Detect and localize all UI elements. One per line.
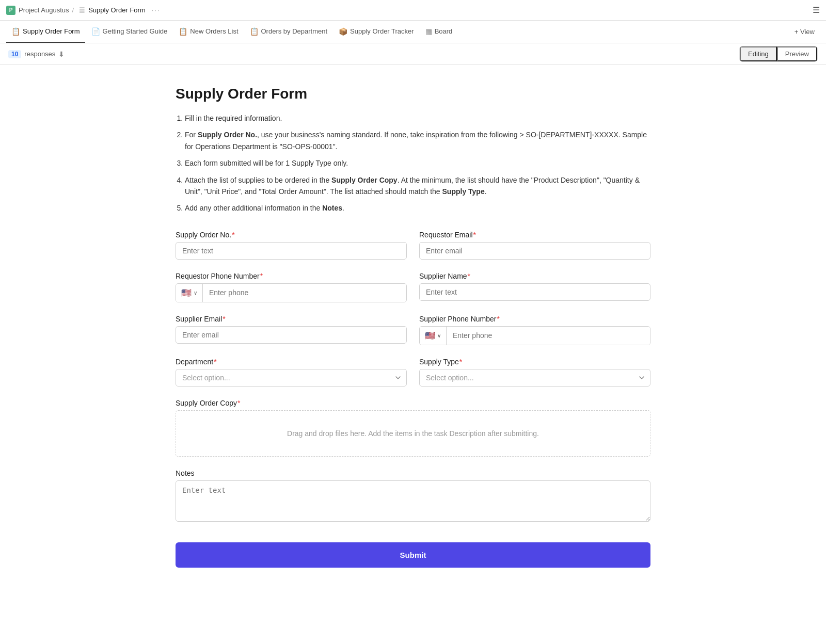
notes-label: Notes (176, 469, 650, 477)
required-marker: * (237, 399, 240, 407)
supply-order-copy-label: Supply Order Copy* (176, 399, 650, 407)
supply-type-field: Supply Type* Select option... (419, 358, 650, 387)
supply-order-no-label: Supply Order No.* (176, 231, 407, 239)
required-marker: * (473, 231, 476, 239)
requestor-phone-label: Requestor Phone Number* (176, 272, 407, 280)
required-marker: * (232, 231, 234, 239)
project-icon: P (6, 6, 15, 15)
editing-button[interactable]: Editing (740, 46, 777, 61)
requestor-flag-emoji: 🇺🇸 (181, 288, 192, 298)
tab-label-tracker: Supply Order Tracker (350, 27, 414, 35)
tab-new-orders-list[interactable]: 📋 New Orders List (173, 21, 243, 43)
form-row-2: Requestor Phone Number* 🇺🇸 ∨ Supplier Na… (176, 272, 650, 302)
supplier-name-label: Supplier Name* (419, 272, 650, 280)
breadcrumb: P Project Augustus / ☰ Supply Order Form… (6, 6, 161, 15)
tab-supply-order-form[interactable]: 📋 Supply Order Form (6, 21, 85, 43)
required-marker: * (497, 315, 499, 323)
requestor-phone-field: Requestor Phone Number* 🇺🇸 ∨ (176, 272, 407, 302)
responses-label: responses (24, 50, 55, 58)
department-label: Department* (176, 358, 407, 366)
instruction-2: For Supply Order No., use your business'… (185, 129, 650, 152)
tab-icon-tracker: 📦 (339, 27, 347, 36)
tab-getting-started[interactable]: 📄 Getting Started Guide (86, 21, 173, 43)
required-marker: * (260, 272, 263, 280)
form-area: Supply Order Form Fill in the required i… (165, 65, 661, 609)
add-view-label: + View (795, 28, 815, 36)
requestor-phone-input[interactable] (203, 284, 406, 302)
form-row-6: Notes (176, 469, 650, 522)
tab-label-supply-order: Supply Order Form (23, 27, 80, 35)
responses-section: 10 responses ⬇ (8, 50, 65, 58)
tab-icon-getting-started: 📄 (91, 27, 100, 36)
tab-label-getting-started: Getting Started Guide (103, 27, 168, 35)
supply-order-no-input[interactable] (176, 242, 407, 260)
instruction-4: Attach the list of supplies to be ordere… (185, 174, 650, 198)
required-marker: * (223, 315, 225, 323)
tab-icon-new-orders: 📋 (179, 27, 187, 36)
requestor-phone-chevron: ∨ (194, 290, 197, 296)
tab-board[interactable]: ▦ Board (420, 21, 458, 43)
breadcrumb-options[interactable]: ··· (152, 6, 161, 14)
file-drop-text: Drag and drop files here. Add the items … (287, 429, 539, 438)
supplier-phone-input[interactable] (447, 327, 650, 345)
form-row-4: Department* Select option... Supply Type… (176, 358, 650, 387)
preview-button[interactable]: Preview (777, 46, 817, 61)
breadcrumb-menu-icon: ☰ (79, 6, 85, 14)
notes-field: Notes (176, 469, 650, 522)
required-marker: * (468, 272, 470, 280)
tab-bar: 📋 Supply Order Form 📄 Getting Started Gu… (0, 21, 826, 43)
requestor-email-label: Requestor Email* (419, 231, 650, 239)
tab-icon-board: ▦ (425, 27, 432, 36)
form-row-5: Supply Order Copy* Drag and drop files h… (176, 399, 650, 457)
supplier-phone-field: Supplier Phone Number* 🇺🇸 ∨ (419, 315, 650, 345)
supply-order-no-field: Supply Order No.* (176, 231, 407, 260)
supplier-email-input[interactable] (176, 326, 407, 344)
form-row-1: Supply Order No.* Requestor Email* (176, 231, 650, 260)
instruction-1: Fill in the required information. (185, 112, 650, 124)
required-marker: * (214, 358, 216, 366)
form-row-3: Supplier Email* Supplier Phone Number* 🇺… (176, 315, 650, 345)
topbar-right: ☰ (813, 5, 820, 15)
tab-label-orders-dept: Orders by Department (261, 27, 328, 35)
form-title: Supply Order Form (176, 86, 650, 102)
tab-icon-supply-order: 📋 (11, 27, 20, 36)
supplier-email-label: Supplier Email* (176, 315, 407, 323)
breadcrumb-separator: / (72, 6, 74, 14)
supply-order-copy-field: Supply Order Copy* Drag and drop files h… (176, 399, 650, 457)
hamburger-icon[interactable]: ☰ (813, 6, 820, 14)
tab-label-board: Board (435, 27, 453, 35)
tab-orders-by-dept[interactable]: 📋 Orders by Department (245, 21, 333, 43)
requestor-email-field: Requestor Email* (419, 231, 650, 260)
form-instructions: Fill in the required information. For Su… (176, 112, 650, 214)
requestor-phone-wrapper: 🇺🇸 ∨ (176, 283, 407, 302)
page-name: Supply Order Form (88, 6, 146, 14)
download-icon[interactable]: ⬇ (58, 50, 65, 58)
notes-input[interactable] (176, 480, 650, 522)
top-bar: P Project Augustus / ☰ Supply Order Form… (0, 0, 826, 21)
tab-label-new-orders: New Orders List (190, 27, 238, 35)
tab-icon-orders-dept: 📋 (250, 27, 259, 36)
toolbar: 10 responses ⬇ Editing Preview (0, 43, 826, 65)
supplier-name-input[interactable] (419, 283, 650, 301)
supplier-phone-label: Supplier Phone Number* (419, 315, 650, 323)
instruction-5: Add any other additional information in … (185, 202, 650, 214)
submit-button[interactable]: Submit (176, 542, 650, 568)
file-drop-zone[interactable]: Drag and drop files here. Add the items … (176, 410, 650, 457)
requestor-phone-flag-selector[interactable]: 🇺🇸 ∨ (176, 284, 203, 302)
supplier-name-field: Supplier Name* (419, 272, 650, 302)
supplier-phone-flag-selector[interactable]: 🇺🇸 ∨ (420, 327, 447, 345)
department-field: Department* Select option... (176, 358, 407, 387)
supplier-phone-chevron: ∨ (437, 333, 441, 339)
supplier-email-field: Supplier Email* (176, 315, 407, 345)
required-marker: * (459, 358, 462, 366)
supply-type-select[interactable]: Select option... (419, 369, 650, 387)
project-name[interactable]: Project Augustus (19, 6, 69, 14)
supply-type-label: Supply Type* (419, 358, 650, 366)
supplier-phone-wrapper: 🇺🇸 ∨ (419, 326, 650, 345)
department-select[interactable]: Select option... (176, 369, 407, 387)
add-view-button[interactable]: + View (789, 21, 820, 43)
tab-supply-tracker[interactable]: 📦 Supply Order Tracker (333, 21, 419, 43)
responses-badge: 10 (8, 50, 21, 58)
instruction-3: Each form submitted will be for 1 Supply… (185, 157, 650, 169)
requestor-email-input[interactable] (419, 242, 650, 260)
